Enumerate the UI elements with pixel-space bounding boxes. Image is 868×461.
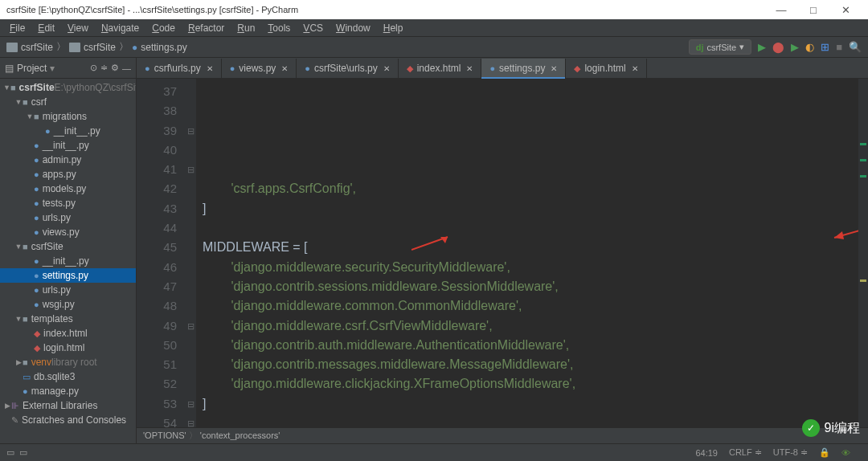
- menu-vcs[interactable]: VCS: [297, 22, 330, 34]
- tree-item[interactable]: ●manage.py: [0, 384, 136, 398]
- tree-item[interactable]: ●models.py: [0, 182, 136, 196]
- editor-tab[interactable]: ◆login.html✕: [566, 59, 646, 78]
- tree-item[interactable]: ●admin.py: [0, 153, 136, 167]
- folder-icon: [6, 43, 18, 52]
- tree-item[interactable]: ●urls.py: [0, 283, 136, 297]
- editor-tabs: ●csrf\urls.py✕●views.py✕●csrfSite\urls.p…: [137, 58, 868, 79]
- statusbar: ▭ ▭ 64:19 CRLF ≑ UTF-8 ≑ 🔒 👁: [0, 443, 868, 461]
- close-tab-icon[interactable]: ✕: [207, 64, 213, 73]
- editor-area: ●csrf\urls.py✕●views.py✕●csrfSite\urls.p…: [137, 58, 868, 443]
- project-icon: ▤: [5, 63, 14, 74]
- navbar: csrfSite 〉 csrfSite 〉 ● settings.py dj c…: [0, 37, 868, 58]
- tree-item[interactable]: ▼■csrf: [0, 95, 136, 109]
- expand-icon[interactable]: ≑: [100, 63, 108, 73]
- lock-icon[interactable]: 🔒: [819, 447, 830, 458]
- tree-root[interactable]: ▼■csrfSite E:\pythonQZ\csrfSit: [0, 80, 136, 95]
- editor-tab[interactable]: ●views.py✕: [222, 59, 297, 78]
- editor-tab[interactable]: ●csrfSite\urls.py✕: [297, 59, 398, 78]
- python-icon: ●: [132, 42, 137, 53]
- coverage-button[interactable]: ▶: [791, 41, 799, 53]
- window-title: csrfSite [E:\pythonQZ\csrfSite] - ...\cs…: [6, 5, 765, 14]
- tree-item[interactable]: ▭db.sqlite3: [0, 369, 136, 384]
- search-button[interactable]: 🔍: [849, 41, 862, 53]
- editor-tab[interactable]: ◆index.html✕: [399, 59, 482, 78]
- close-tab-icon[interactable]: ✕: [281, 64, 288, 73]
- tree-item[interactable]: ▶⊪External Libraries: [0, 398, 136, 413]
- close-tab-icon[interactable]: ✕: [632, 64, 638, 73]
- stop-button[interactable]: ■: [836, 41, 842, 53]
- hide-icon[interactable]: —: [122, 63, 131, 73]
- close-tab-icon[interactable]: ✕: [551, 64, 557, 73]
- menu-view[interactable]: View: [61, 22, 95, 34]
- menu-edit[interactable]: Edit: [31, 22, 61, 34]
- close-tab-icon[interactable]: ✕: [383, 64, 390, 73]
- tree-item[interactable]: ●__init__.py: [0, 254, 136, 268]
- run-button[interactable]: ▶: [758, 41, 766, 53]
- wechat-icon: ✓: [802, 419, 820, 437]
- menu-tools[interactable]: Tools: [261, 22, 297, 34]
- watermark-text: 9i编程: [825, 420, 860, 437]
- tree-item[interactable]: ◆login.html: [0, 341, 136, 355]
- tree-item[interactable]: ●settings.py: [0, 268, 136, 283]
- code-lines[interactable]: 'csrf.apps.CsrfConfig',]MIDDLEWARE = [ '…: [196, 79, 868, 427]
- debug-button[interactable]: ⬤: [772, 41, 784, 53]
- code-editor[interactable]: 37383940414243444546474849505152535455 ⊟…: [137, 79, 868, 427]
- folder-icon: [69, 43, 80, 52]
- right-gutter[interactable]: [858, 79, 868, 427]
- close-button[interactable]: ✕: [829, 4, 862, 16]
- code-breadcrumb[interactable]: 'OPTIONS' 〉 'context_processors': [137, 427, 868, 443]
- encoding[interactable]: UTF-8 ≑: [773, 447, 808, 458]
- tree-item[interactable]: ●views.py: [0, 225, 136, 239]
- menu-help[interactable]: Help: [377, 22, 410, 34]
- menu-refactor[interactable]: Refactor: [182, 22, 231, 34]
- watermark: ✓ 9i编程: [802, 419, 860, 437]
- editor-tab[interactable]: ●csrf\urls.py✕: [137, 59, 222, 78]
- settings-icon[interactable]: ⚙: [111, 63, 119, 73]
- menu-run[interactable]: Run: [231, 22, 261, 34]
- tree-item[interactable]: ●__init__.py: [0, 138, 136, 153]
- status-icon2[interactable]: ▭: [19, 447, 27, 458]
- concurrency-button[interactable]: ⊞: [821, 41, 829, 53]
- tree-item[interactable]: ▼■templates: [0, 312, 136, 326]
- tree-item[interactable]: ●__init__.py: [0, 124, 136, 138]
- project-sidebar: ▤ Project ▾ ⊙ ≑ ⚙ — ▼■csrfSite E:\python…: [0, 58, 137, 443]
- project-label: Project: [17, 63, 47, 74]
- django-icon: dj: [696, 43, 704, 52]
- project-header[interactable]: ▤ Project ▾ ⊙ ≑ ⚙ —: [0, 58, 136, 79]
- menu-window[interactable]: Window: [330, 22, 377, 34]
- collapse-icon[interactable]: ⊙: [90, 63, 97, 73]
- maximize-button[interactable]: □: [797, 4, 829, 16]
- tree-item[interactable]: ●tests.py: [0, 196, 136, 210]
- menu-code[interactable]: Code: [145, 22, 182, 34]
- close-tab-icon[interactable]: ✕: [466, 64, 473, 73]
- project-tree[interactable]: ▼■csrfSite E:\pythonQZ\csrfSit▼■csrf▼■mi…: [0, 79, 136, 443]
- tree-item[interactable]: ◆index.html: [0, 326, 136, 341]
- tree-item[interactable]: ●wsgi.py: [0, 297, 136, 312]
- tree-item[interactable]: ▶■venv library root: [0, 355, 136, 369]
- line-separator[interactable]: CRLF ≑: [729, 447, 762, 458]
- tree-item[interactable]: ▼■csrfSite: [0, 239, 136, 254]
- breadcrumb[interactable]: csrfSite 〉 csrfSite 〉 ● settings.py: [6, 40, 187, 54]
- editor-tab[interactable]: ●settings.py✕: [481, 59, 566, 78]
- crumb-folder: csrfSite: [84, 42, 116, 53]
- inspector-icon[interactable]: 👁: [841, 448, 850, 458]
- tree-item[interactable]: ✎Scratches and Consoles: [0, 413, 136, 427]
- menubar: FileEditViewNavigateCodeRefactorRunTools…: [0, 19, 868, 37]
- crumb-file: settings.py: [141, 42, 186, 53]
- run-config-name: csrfSite: [706, 43, 736, 52]
- tree-item[interactable]: ●apps.py: [0, 167, 136, 182]
- line-gutter: 37383940414243444546474849505152535455: [137, 79, 185, 427]
- cursor-position[interactable]: 64:19: [695, 448, 718, 458]
- fold-column[interactable]: ⊟⊟⊟⊟⊟: [185, 79, 196, 427]
- profile-button[interactable]: ◐: [805, 41, 814, 53]
- menu-navigate[interactable]: Navigate: [95, 22, 145, 34]
- crumb-root: csrfSite: [21, 42, 53, 53]
- titlebar: csrfSite [E:\pythonQZ\csrfSite] - ...\cs…: [0, 0, 868, 19]
- tree-item[interactable]: ▼■migrations: [0, 109, 136, 124]
- run-config-selector[interactable]: dj csrfSite ▾: [689, 39, 751, 55]
- tree-item[interactable]: ●urls.py: [0, 210, 136, 225]
- status-icon[interactable]: ▭: [6, 447, 14, 458]
- menu-file[interactable]: File: [3, 22, 31, 34]
- minimize-button[interactable]: —: [765, 4, 797, 16]
